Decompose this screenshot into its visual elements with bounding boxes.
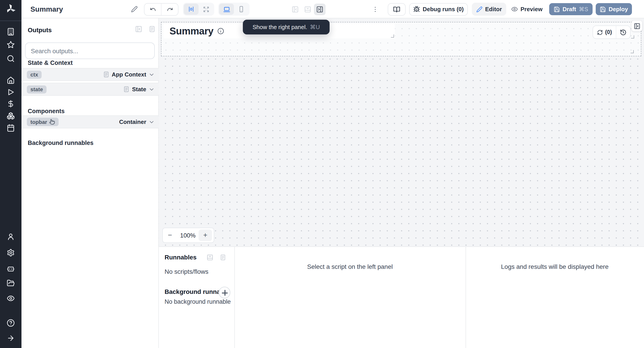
star-icon[interactable] <box>7 41 15 49</box>
draft-label: Draft <box>562 6 576 12</box>
building-icon[interactable] <box>7 28 15 36</box>
runnables-title: Runnables <box>164 254 196 260</box>
zoom-in-button[interactable]: + <box>198 230 212 241</box>
dollar-icon[interactable] <box>7 100 15 108</box>
bot-icon[interactable] <box>7 264 15 272</box>
state-context-heading: State & Context <box>28 60 73 66</box>
debug-runs-button[interactable]: Debug runs (0) <box>409 3 468 16</box>
smartphone-icon <box>238 6 245 12</box>
draft-button[interactable]: Draft ⌘S <box>549 3 592 15</box>
folder-open-icon[interactable] <box>7 279 15 287</box>
hand-pointer-cursor-icon <box>50 119 55 125</box>
width-mode-group <box>183 3 214 16</box>
zoom-toolbar: − 100% + <box>162 228 214 243</box>
info-icon <box>217 28 224 34</box>
script-editor-section: Select a script on the left panel <box>234 247 466 348</box>
add-background-runnable-button[interactable] <box>219 287 230 298</box>
deploy-button[interactable]: Deploy <box>596 3 632 15</box>
component-refresh-group: (0) <box>592 26 631 39</box>
topbar-container-component[interactable]: Summary (0) <box>161 22 641 56</box>
background-runnables-title: Background runna... <box>164 288 226 295</box>
expand-icon <box>203 6 209 12</box>
outputs-doc-button[interactable] <box>148 24 156 34</box>
chevron-down-icon[interactable] <box>148 86 155 92</box>
panel-collapse-icon <box>135 26 142 33</box>
runnables-doc-button[interactable] <box>218 253 227 262</box>
boxes-icon[interactable] <box>7 112 15 120</box>
output-row-ctx[interactable]: ctx App Context <box>22 68 159 81</box>
gear-icon[interactable] <box>7 249 15 257</box>
preview-tab-label: Preview <box>520 6 542 12</box>
panel-left-icon <box>292 6 299 13</box>
docs-button[interactable] <box>388 3 406 16</box>
save-icon <box>600 6 606 12</box>
redo-button[interactable] <box>161 4 178 15</box>
save-icon <box>554 6 560 12</box>
canvas-summary-title: Summary <box>170 25 213 37</box>
help-icon[interactable] <box>7 319 15 327</box>
logs-section: Logs and results will be displayed here <box>466 247 644 348</box>
select-script-message: Select a script on the left panel <box>234 263 466 270</box>
collapse-runnables-button[interactable] <box>205 253 214 262</box>
more-options-button[interactable] <box>370 4 380 14</box>
bottom-panel: Runnables No scripts/flows Background ru… <box>159 246 644 348</box>
full-width-button[interactable] <box>198 4 213 15</box>
output-row-state[interactable]: state State <box>22 83 159 96</box>
toggle-left-panel-button[interactable] <box>290 4 300 14</box>
chevron-down-icon[interactable] <box>148 119 155 125</box>
collapse-outputs-button[interactable] <box>134 24 143 34</box>
search-outputs-input[interactable] <box>25 42 155 59</box>
desktop-mode-button[interactable] <box>219 4 234 15</box>
redo-icon <box>166 6 173 12</box>
arrow-right-icon[interactable] <box>7 334 15 342</box>
windmill-logo[interactable] <box>5 3 16 15</box>
deploy-label: Deploy <box>609 6 628 12</box>
user-icon[interactable] <box>7 232 15 241</box>
pencil-icon <box>476 6 482 12</box>
plus-icon <box>222 290 228 296</box>
toggle-bottom-panel-button[interactable] <box>302 4 313 14</box>
resize-handle[interactable] <box>391 34 394 38</box>
undo-button[interactable] <box>144 4 161 15</box>
chevron-down-icon[interactable] <box>148 71 155 78</box>
no-scripts-message: No scripts/flows <box>164 268 208 275</box>
mobile-mode-button[interactable] <box>234 4 249 15</box>
no-background-message: No background runnable <box>164 298 231 305</box>
expand-panel-button[interactable] <box>632 20 642 31</box>
pencil-icon <box>131 6 138 12</box>
play-icon[interactable] <box>7 88 15 96</box>
toggle-right-panel-button[interactable] <box>314 3 326 15</box>
calendar-icon[interactable] <box>7 124 15 132</box>
fixed-width-button[interactable] <box>184 4 198 15</box>
refresh-button[interactable]: (0) <box>593 26 616 38</box>
app-canvas[interactable]: Summary (0) Show the right panel. ⌘U <box>159 18 644 246</box>
background-runnables-heading: Background runnables <box>28 140 94 146</box>
state-badge: state <box>27 85 46 93</box>
home-icon[interactable] <box>7 76 15 84</box>
editor-tab[interactable]: Editor <box>472 3 506 16</box>
eye-icon[interactable] <box>7 294 15 302</box>
tooltip-shortcut: ⌘U <box>310 24 320 30</box>
preview-tab[interactable]: Preview <box>509 3 545 16</box>
logs-message: Logs and results will be displayed here <box>466 263 644 270</box>
resize-handle[interactable] <box>631 35 634 38</box>
align-center-icon <box>188 6 194 12</box>
app-title: Summary <box>30 0 63 18</box>
zoom-out-button[interactable]: − <box>163 231 177 239</box>
row-type-label: App Context <box>112 71 146 78</box>
output-row-topbar[interactable]: topbar Container <box>22 116 159 128</box>
undo-icon <box>150 6 156 12</box>
eye-icon <box>511 6 518 12</box>
sidebar <box>0 0 22 348</box>
undo-redo-group <box>144 3 178 16</box>
edit-title-button[interactable] <box>129 4 140 14</box>
outputs-panel: Outputs State & Context ctx App Context … <box>22 18 159 348</box>
debug-runs-label: Debug runs (0) <box>422 6 464 12</box>
app-editor-window: Summary <box>0 0 644 348</box>
top-toolbar: Summary <box>22 0 644 18</box>
history-button[interactable] <box>616 26 630 38</box>
search-icon[interactable] <box>7 54 15 62</box>
resize-handle[interactable] <box>630 50 634 53</box>
sidebar-divider <box>0 20 22 21</box>
panel-right-icon <box>316 6 323 13</box>
